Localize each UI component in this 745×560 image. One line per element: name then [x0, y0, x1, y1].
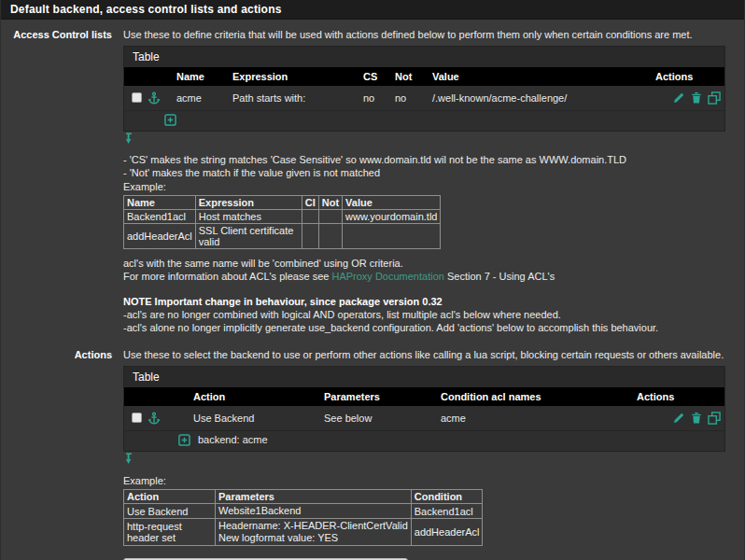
acl-copy-button[interactable]: [708, 91, 721, 105]
acl-more-info-line: For more information about ACL's please …: [123, 270, 737, 283]
acl-section-label: Access Control lists: [1, 27, 123, 40]
actions-example-label: Example:: [123, 474, 737, 487]
actions-table-title: Table: [124, 367, 724, 387]
acl-row-cs: no: [359, 86, 391, 110]
actions-example-table: Action Parameters Condition Use Backend …: [123, 489, 483, 546]
acl-add-row-button[interactable]: [164, 114, 176, 125]
acl-behaviour-note-title: NOTE Important change in behaviour, sinc…: [123, 295, 737, 308]
actions-table-header-row: Action Parameters Condition acl names Ac…: [124, 387, 724, 406]
acl-combined-note: acl's with the same name will be 'combin…: [123, 257, 737, 270]
acl-add-row: [124, 110, 724, 131]
acl-row-checkbox[interactable]: [132, 92, 142, 103]
acl-ex-cell: [302, 210, 318, 224]
plus-square-icon: [164, 114, 176, 126]
trash-icon: [691, 91, 702, 104]
haproxy-frontend-panel: Default backend, access control lists an…: [0, 0, 745, 560]
actions-edit-button[interactable]: [673, 412, 685, 425]
actions-row-checkbox[interactable]: [132, 413, 142, 423]
anchor-icon: [148, 412, 161, 425]
default-backend-section: Default Backend None ▼ If a backend is s…: [1, 556, 744, 560]
acl-row-name: acme: [173, 86, 229, 110]
acl-row-not: no: [391, 86, 429, 110]
actions-table-move-handle[interactable]: [125, 453, 737, 465]
clone-icon: [708, 412, 721, 425]
acl-col-expression: Expression: [229, 67, 359, 86]
param-line: New logformat value: YES: [218, 532, 408, 544]
actions-col-condition: Condition acl names: [437, 387, 633, 406]
acl-example-table: Name Expression CI Not Value Backend1acl…: [123, 195, 441, 249]
haproxy-documentation-link[interactable]: HAProxy Documentation: [331, 271, 443, 282]
acl-row-value: /.well-known/acme-challenge/: [429, 86, 652, 110]
actions-expand-button[interactable]: [178, 434, 190, 447]
more-info-prefix: For more information about ACL's please …: [123, 271, 331, 282]
pencil-icon: [673, 91, 685, 104]
acl-description: Use these to define criteria that will b…: [123, 28, 737, 41]
acl-ex-col-value: Value: [343, 196, 441, 210]
pencil-icon: [673, 412, 685, 424]
actions-col-tools: [124, 387, 190, 406]
acl-ex-cell: [343, 224, 441, 249]
acl-table-move-handle[interactable]: [125, 133, 737, 145]
down-hook-arrow-icon: [125, 453, 134, 465]
acl-example-row: Backend1acl Host matches www.yourdomain.…: [124, 210, 441, 224]
param-line: Website1Backend: [218, 505, 408, 517]
acl-example-label: Example:: [123, 180, 737, 193]
acl-ex-cell: [302, 224, 318, 249]
actions-delete-button[interactable]: [691, 412, 702, 425]
acl-ex-col-not: Not: [318, 196, 342, 210]
acl-table: Name Expression CS Not Value Actions: [124, 67, 724, 131]
acl-section: Access Control lists Use these to define…: [1, 27, 744, 334]
acl-ex-cell: [318, 224, 342, 249]
acl-table-title: Table: [124, 47, 724, 67]
actions-ex-cell: Use Backend: [124, 504, 216, 519]
actions-example-row: Use Backend Website1Backend Backend1acl: [124, 504, 483, 519]
actions-col-actions: Actions: [633, 387, 724, 406]
actions-table: Action Parameters Condition acl names Ac…: [124, 387, 724, 451]
actions-subrow-text: backend: acme: [198, 434, 268, 445]
acl-ex-cell: Backend1acl: [124, 210, 196, 224]
actions-row-condition: acme: [437, 406, 633, 430]
acl-delete-button[interactable]: [691, 91, 702, 105]
anchor-icon: [148, 91, 161, 105]
acl-col-value: Value: [429, 67, 652, 86]
acl-ex-cell: www.yourdomain.tld: [343, 210, 441, 224]
acl-row-move-anchor[interactable]: [148, 91, 161, 105]
down-hook-arrow-icon: [125, 133, 134, 145]
acl-ex-col-expression: Expression: [195, 196, 302, 210]
acl-ex-cell: SSL Client certificate valid: [195, 224, 302, 249]
default-backend-label: Default Backend: [1, 556, 123, 560]
actions-ex-col-condition: Condition: [411, 490, 483, 504]
acl-note-cs: - 'CS' makes the string matches 'Case Se…: [123, 153, 737, 166]
actions-table-container: Table Action Parameters Condition acl na: [123, 366, 725, 452]
actions-row-move-anchor[interactable]: [148, 412, 161, 425]
acl-edit-button[interactable]: [673, 91, 685, 105]
actions-table-row: Use Backend See below acme: [124, 406, 724, 430]
acl-col-name: Name: [173, 67, 229, 86]
actions-ex-cell: Website1Backend: [216, 504, 412, 519]
more-info-suffix: Section 7 - Using ACL's: [444, 271, 555, 282]
acl-example-row: addHeaderAcl SSL Client certificate vali…: [124, 224, 441, 249]
actions-row-action: Use Backend: [190, 406, 320, 430]
param-line: Headername: X-HEADER-ClientCertValid: [218, 520, 408, 532]
actions-section-label: Actions: [1, 347, 123, 360]
acl-behaviour-note-1: -acl's are no longer combined with logic…: [123, 308, 737, 321]
actions-example-row: http-request header set Headername: X-HE…: [124, 519, 483, 546]
panel-title: Default backend, access control lists an…: [1, 0, 744, 20]
acl-ex-cell: addHeaderAcl: [124, 224, 196, 249]
acl-ex-cell: Host matches: [195, 210, 302, 224]
actions-copy-button[interactable]: [708, 412, 721, 425]
acl-col-cs: CS: [359, 67, 391, 86]
acl-note-not: - 'Not' makes the match if the value giv…: [123, 166, 737, 179]
actions-ex-cell: addHeaderAcl: [411, 519, 483, 546]
acl-behaviour-note-2: -acl's alone no longer implicitly genera…: [123, 321, 737, 334]
trash-icon: [691, 412, 702, 424]
clone-icon: [708, 91, 721, 105]
actions-section: Actions Use these to select the backend …: [1, 347, 744, 546]
actions-subrow: backend: acme: [124, 430, 724, 451]
acl-col-tools: [124, 67, 173, 86]
actions-row-parameters: See below: [320, 406, 437, 430]
acl-table-container: Table Name Expression CS: [123, 46, 725, 132]
acl-col-not: Not: [391, 67, 429, 86]
acl-table-header-row: Name Expression CS Not Value Actions: [124, 67, 724, 86]
actions-ex-cell: Backend1acl: [411, 504, 483, 519]
